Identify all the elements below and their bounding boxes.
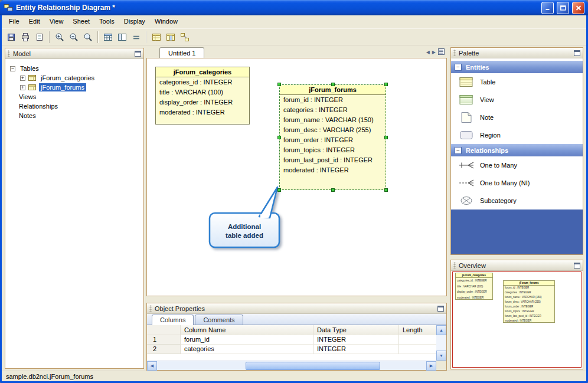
collapse-icon[interactable]: − xyxy=(10,66,15,71)
menu-view[interactable]: View xyxy=(45,15,68,28)
cell-column-name[interactable]: forum_id xyxy=(181,335,313,345)
scrollbar-thumb[interactable] xyxy=(246,362,380,370)
tree-item-jforum-categories[interactable]: +jForum_categories xyxy=(7,73,142,83)
entity-column: display_order : INTEGER xyxy=(156,97,249,107)
menu-tools[interactable]: Tools xyxy=(94,15,119,28)
palette-item-note[interactable]: Note xyxy=(451,109,583,126)
prev-sheet-icon[interactable]: ◀ xyxy=(426,50,430,55)
entity-table-jforum_categories[interactable]: jForum_categoriescategories_id : INTEGER… xyxy=(155,67,250,125)
float-panel-icon[interactable] xyxy=(574,263,580,269)
tree-item-tables[interactable]: −Tables xyxy=(7,64,142,73)
grid-row[interactable]: 2categoriesINTEGER xyxy=(147,345,436,354)
menu-file[interactable]: File xyxy=(4,15,24,28)
print-icon[interactable] xyxy=(18,30,32,44)
sheet-list-icon[interactable] xyxy=(438,48,445,56)
panel-grip-icon[interactable] xyxy=(8,50,10,57)
selection-handle[interactable] xyxy=(277,83,281,86)
panel-grip-icon[interactable] xyxy=(453,262,456,269)
selection-handle[interactable] xyxy=(384,188,388,192)
grid-vertical-scrollbar[interactable]: ▲ ▼ xyxy=(436,325,446,361)
cell-data-type[interactable]: INTEGER xyxy=(313,335,399,345)
new-table-icon[interactable] xyxy=(149,30,164,44)
palette-section-entities[interactable]: −Entities xyxy=(451,61,583,73)
preview-icon[interactable] xyxy=(32,30,47,44)
tab-comments[interactable]: Comments xyxy=(195,315,243,325)
menu-sheet[interactable]: Sheet xyxy=(68,15,94,28)
menu-window[interactable]: Window xyxy=(150,15,182,28)
tree-item-relationships[interactable]: Relationships xyxy=(7,102,142,111)
model-panel-header[interactable]: Model xyxy=(5,48,143,59)
table-relationship-icon[interactable] xyxy=(178,30,192,44)
palette-item-table[interactable]: Table xyxy=(451,73,583,91)
selection-handle[interactable] xyxy=(277,188,281,192)
diagram-canvas[interactable]: Additional table added jForum_categories… xyxy=(146,58,447,296)
palette-item-view[interactable]: View xyxy=(451,91,583,109)
collapse-icon[interactable]: − xyxy=(455,147,462,154)
selection-handle[interactable] xyxy=(331,83,335,86)
palette-item-region[interactable]: Region xyxy=(451,126,583,144)
subcategory-icon xyxy=(458,195,475,206)
expand-icon[interactable]: + xyxy=(20,76,25,81)
overview-content[interactable]: jForum_categoriescategories_id : INTEGER… xyxy=(451,271,583,369)
collapse-icon[interactable]: − xyxy=(455,64,462,71)
column-header-data-type[interactable]: Data Type xyxy=(313,325,399,335)
scroll-down-icon[interactable]: ▼ xyxy=(436,351,446,361)
column-header-length[interactable]: Length xyxy=(399,325,436,335)
float-panel-icon[interactable] xyxy=(437,306,444,312)
scroll-left-icon[interactable]: ◀ xyxy=(147,361,157,371)
one-to-many-ni-icon xyxy=(458,178,475,188)
scroll-up-icon[interactable]: ▲ xyxy=(436,325,446,335)
panel-grip-icon[interactable] xyxy=(453,50,456,56)
object-properties-header[interactable]: Object Properties xyxy=(147,303,446,314)
selection-handle[interactable] xyxy=(277,136,281,139)
callout-note[interactable]: Additional table added xyxy=(201,185,291,264)
model-panel: Model −Tables+jForum_categories+jForum_f… xyxy=(5,48,144,369)
overview-header[interactable]: Overview xyxy=(451,260,583,271)
table-grid-icon[interactable] xyxy=(101,30,115,44)
table-columns-icon[interactable] xyxy=(164,30,178,44)
tree-item-views[interactable]: Views xyxy=(7,92,142,102)
cell-length[interactable] xyxy=(399,345,436,354)
maximize-button[interactable] xyxy=(557,2,569,14)
entity-table-jforum_forums[interactable]: jForum_forumsforum_id : INTEGERcategorie… xyxy=(279,84,386,190)
palette-header[interactable]: Palette xyxy=(451,48,583,58)
cell-data-type[interactable]: INTEGER xyxy=(313,345,399,354)
selection-handle[interactable] xyxy=(384,83,388,86)
tab-label: Untitled 1 xyxy=(168,50,195,57)
tab-untitled-1[interactable]: Untitled 1 xyxy=(159,47,204,58)
scroll-right-icon[interactable]: ▶ xyxy=(426,361,436,371)
workspace: Model −Tables+jForum_categories+jForum_f… xyxy=(2,45,586,371)
zoom-out-icon[interactable] xyxy=(67,30,81,44)
expand-icon[interactable]: + xyxy=(20,85,25,90)
split-view-icon[interactable] xyxy=(115,30,129,44)
tree-item-jforum-forums[interactable]: +jForum_forums xyxy=(7,83,142,92)
zoom-icon[interactable] xyxy=(81,30,95,44)
palette-item-label: One to Many xyxy=(480,162,517,169)
menu-edit[interactable]: Edit xyxy=(24,15,45,28)
minimize-row-icon[interactable] xyxy=(129,30,143,44)
selection-handle[interactable] xyxy=(384,136,388,139)
float-panel-icon[interactable] xyxy=(135,51,141,57)
grid-horizontal-scrollbar[interactable]: ◀ ▶ xyxy=(147,361,436,370)
next-sheet-icon[interactable]: ▶ xyxy=(432,50,436,55)
palette-item-one-to-many[interactable]: One to Many xyxy=(451,156,583,174)
entity-column: forum_name : VARCHAR (150) xyxy=(280,115,386,125)
menu-display[interactable]: Display xyxy=(119,15,150,28)
minimize-button[interactable] xyxy=(541,2,554,14)
cell-column-name[interactable]: categories xyxy=(181,345,313,354)
column-header-column-name[interactable]: Column Name xyxy=(181,325,313,335)
palette-item-subcategory[interactable]: Subcategory xyxy=(451,192,583,209)
palette-item-one-to-many-ni-[interactable]: One to Many (NI) xyxy=(451,174,583,192)
palette-section-relationships[interactable]: −Relationships xyxy=(451,144,583,156)
grid-row[interactable]: 1forum_idINTEGER xyxy=(147,335,436,345)
zoom-in-icon[interactable] xyxy=(53,30,67,44)
close-button[interactable] xyxy=(572,2,584,14)
save-icon[interactable] xyxy=(4,30,18,44)
float-panel-icon[interactable] xyxy=(574,50,580,56)
tab-columns[interactable]: Columns xyxy=(152,315,194,325)
title-bar[interactable]: Entity Relationship Diagram * xyxy=(0,0,588,15)
panel-grip-icon[interactable] xyxy=(149,305,152,312)
cell-length[interactable] xyxy=(399,335,436,345)
selection-handle[interactable] xyxy=(331,188,335,192)
tree-item-notes[interactable]: Notes xyxy=(7,111,142,120)
